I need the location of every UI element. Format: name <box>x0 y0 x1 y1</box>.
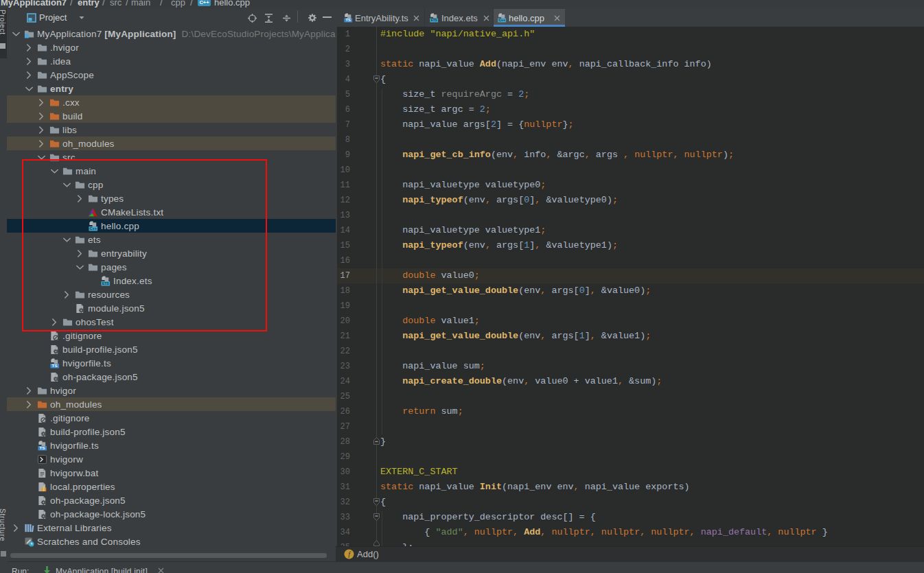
svg-text:C++: C++ <box>199 0 209 5</box>
